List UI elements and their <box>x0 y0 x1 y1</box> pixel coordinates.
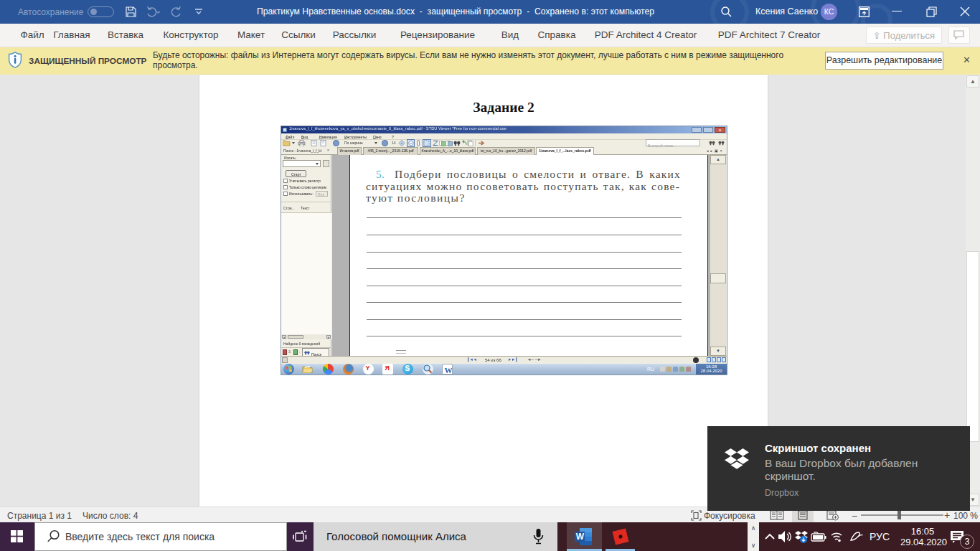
svg-text:W: W <box>576 532 585 542</box>
svg-text:W: W <box>445 366 453 375</box>
